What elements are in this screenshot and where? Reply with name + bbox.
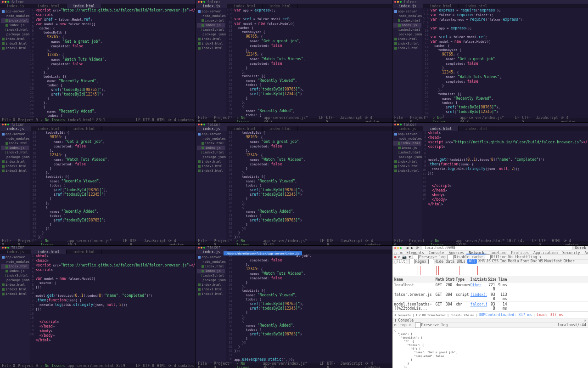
filter-type[interactable]: WS: [538, 259, 543, 264]
maximize-icon[interactable]: [7, 1, 9, 3]
filter-type[interactable]: Other: [564, 259, 575, 264]
tree-item[interactable]: index3.html: [1, 287, 29, 292]
editor-tab[interactable]: index.js: [0, 249, 31, 254]
filter-type[interactable]: XHR: [478, 259, 485, 264]
filter-type[interactable]: Img: [500, 259, 506, 264]
tree-item[interactable]: index3.html: [1, 164, 29, 169]
source-link[interactable]: localhost/:44: [557, 323, 586, 327]
tree-item[interactable]: index.js: [393, 23, 421, 28]
code-content[interactable]: <html> <head> <script src="https://netfl…: [35, 254, 196, 363]
editor-tab[interactable]: index.html: [67, 126, 102, 131]
file-tree[interactable]: app-servernode_modulesindex.htmlindex.js…: [0, 131, 30, 240]
filter-input[interactable]: [394, 259, 407, 264]
tree-item[interactable]: package.json: [393, 32, 421, 37]
code-content[interactable]: todosById: { 98765: { name: "Get a great…: [38, 131, 196, 240]
filter-type[interactable]: Font: [521, 259, 529, 264]
tree-item[interactable]: app-server: [197, 255, 225, 260]
tree-item[interactable]: index3.html: [1, 28, 29, 32]
tree-item[interactable]: index.html: [197, 37, 225, 41]
tree-item[interactable]: index3.html: [393, 46, 421, 51]
maximize-icon[interactable]: [400, 1, 402, 3]
code-content[interactable]: todosById: { 98765: { name: "Get a great…: [234, 131, 392, 240]
code-content[interactable]: <script src="https://netflix.github.io/f…: [35, 8, 196, 118]
tree-item[interactable]: index.html: [197, 264, 225, 269]
tree-item[interactable]: index.html: [197, 18, 225, 23]
tree-item[interactable]: index3.html: [197, 41, 225, 46]
tree-item[interactable]: index3.html: [197, 292, 225, 296]
minimize-icon[interactable]: [201, 1, 202, 3]
tree-item[interactable]: app-server: [393, 132, 421, 136]
tree-item[interactable]: node_modules: [393, 14, 421, 18]
tree-item[interactable]: package.json: [1, 32, 29, 37]
tree-item[interactable]: app-server: [393, 9, 421, 14]
tree-item[interactable]: index3.html: [393, 164, 421, 169]
tree-item[interactable]: index3.html: [1, 150, 29, 155]
code-content[interactable]: at job", completed: false }, 12345: { na…: [234, 254, 392, 363]
editor-tab[interactable]: index.html: [227, 4, 263, 8]
record-icon[interactable]: ●: [394, 255, 397, 259]
tree-item[interactable]: app-server: [1, 132, 29, 136]
code-content[interactable]: var express = require('express'); var fa…: [431, 8, 588, 118]
minimize-icon[interactable]: [397, 1, 399, 3]
tree-item[interactable]: index.html: [197, 141, 225, 146]
context-select[interactable]: top ▾: [400, 323, 411, 327]
editor-tab[interactable]: index.html: [423, 126, 459, 131]
minimize-icon[interactable]: [397, 124, 399, 125]
tree-item[interactable]: index.js: [197, 23, 225, 28]
tree-item[interactable]: index.js: [393, 146, 421, 150]
editor-tab[interactable]: index.html: [263, 126, 298, 131]
editor-tab[interactable]: index.html: [31, 249, 67, 254]
maximize-icon[interactable]: [203, 247, 205, 249]
filter-type[interactable]: Media: [508, 259, 519, 264]
inspect-icon[interactable]: ⬚: [392, 250, 398, 255]
file-tree[interactable]: app-servernode_modulesindex.htmlindex.js…: [392, 131, 422, 240]
minimize-icon[interactable]: [5, 1, 6, 3]
maximize-icon[interactable]: [7, 124, 9, 125]
tree-item[interactable]: package.json: [197, 278, 225, 283]
close-icon[interactable]: [2, 1, 4, 3]
editor-tab[interactable]: index.js: [392, 126, 424, 131]
devtools-tab-application[interactable]: Application: [531, 250, 560, 255]
editor-tab[interactable]: index.html: [31, 126, 67, 131]
file-tree[interactable]: app-servernode_modulesindex.htmlindex.js…: [196, 8, 226, 118]
tree-item[interactable]: package.json: [393, 155, 421, 159]
tree-item[interactable]: node_modules: [1, 260, 29, 264]
editor-tab[interactable]: index.html: [67, 4, 102, 8]
tree-item[interactable]: index.html: [393, 159, 421, 164]
close-icon[interactable]: [198, 1, 200, 3]
tree-item[interactable]: index3.html: [197, 164, 225, 169]
tree-item[interactable]: package.json: [1, 278, 29, 283]
tree-item[interactable]: index.js: [197, 269, 225, 273]
tree-item[interactable]: package.json: [1, 155, 29, 159]
clear-console-icon[interactable]: ⊘: [394, 323, 397, 327]
code-content[interactable]: <html> <head> <script src="https://netfl…: [428, 131, 588, 240]
editor-tab[interactable]: index.js: [0, 126, 31, 131]
editor-tab[interactable]: index.html: [423, 4, 459, 8]
tree-item[interactable]: index.js: [1, 23, 29, 28]
tree-item[interactable]: index.html: [1, 18, 29, 23]
filter-type[interactable]: Doc: [531, 259, 537, 264]
close-icon[interactable]: [394, 1, 396, 3]
file-tree[interactable]: app-servernode_modulesindex.htmlindex.js…: [196, 131, 226, 240]
maximize-icon[interactable]: [7, 247, 9, 249]
tree-item[interactable]: app-server: [197, 9, 225, 14]
editor-tab[interactable]: index.html: [67, 249, 102, 254]
editor-tab[interactable]: index.js: [0, 4, 31, 8]
tree-item[interactable]: index3.html: [1, 273, 29, 278]
tree-item[interactable]: package.json: [197, 32, 225, 37]
network-row[interactable]: localhostGET200documentOther721 B9 ms: [392, 283, 588, 292]
tree-item[interactable]: index.js: [1, 146, 29, 150]
maximize-icon[interactable]: [203, 124, 205, 125]
editor-tab[interactable]: index.html: [263, 4, 298, 8]
filter-type[interactable]: All: [467, 259, 476, 264]
tree-item[interactable]: index3.html: [197, 169, 225, 173]
code-editor[interactable]: 11 12 13 14 15 16 17 18 19 20 21 22 23 2…: [30, 131, 196, 240]
tree-item[interactable]: index3.html: [393, 169, 421, 173]
tree-item[interactable]: index.html: [393, 141, 421, 146]
tree-item[interactable]: node_modules: [197, 136, 225, 141]
address-bar[interactable]: localhost:9090: [422, 246, 572, 251]
code-editor[interactable]: 11 12 13 14 15 16 17 18 19 20 21 22 23 2…: [226, 131, 392, 240]
tree-item[interactable]: index.html: [1, 37, 29, 41]
tree-item[interactable]: app-server: [1, 9, 29, 14]
tree-item[interactable]: index3.html: [1, 169, 29, 173]
